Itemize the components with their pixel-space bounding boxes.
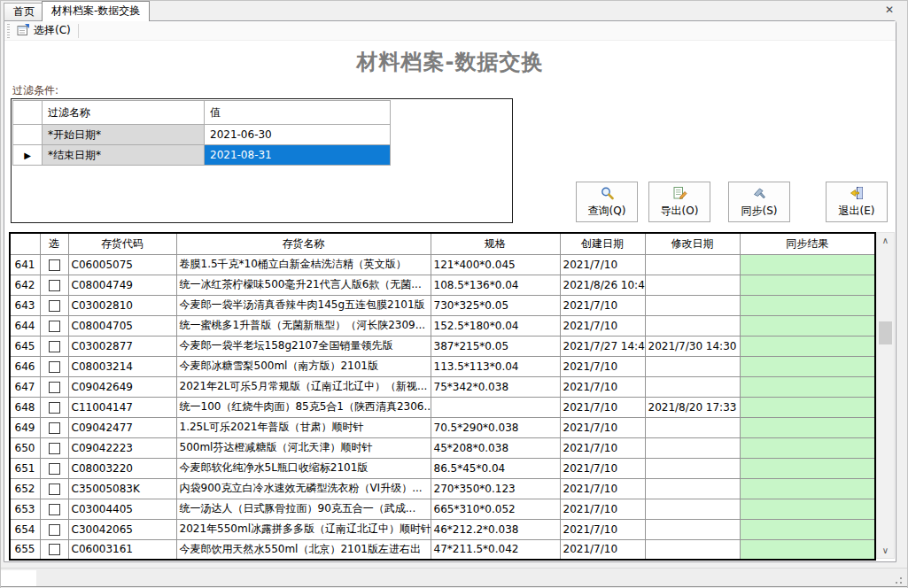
created-date-cell: 2021/7/10	[560, 376, 645, 397]
grid-header-select: 选	[40, 233, 68, 254]
row-select-cell	[40, 499, 68, 519]
tab-page-panel: 选择(C) 材料档案-数据交换 过滤条件: 过滤名称 值 *开始日期*2021-…	[4, 20, 896, 562]
select-button[interactable]: 选择(C)	[10, 22, 76, 40]
table-row[interactable]: 645C03002877今麦郎一袋半老坛158g2107全国销量领先版387*2…	[10, 336, 875, 356]
modified-date-cell	[645, 417, 740, 437]
tab-home[interactable]: 首页	[4, 3, 44, 20]
close-icon[interactable]: ✕	[882, 3, 896, 17]
filter-header-row: 过滤名称 值	[13, 101, 391, 125]
inventory-code-cell: C09042223	[68, 437, 176, 458]
spec-cell: 387*215*0.05	[431, 336, 560, 356]
inventory-code-cell: C03002877	[68, 336, 176, 356]
row-checkbox[interactable]	[49, 484, 60, 495]
table-row[interactable]: 654C300420652021年550ml冰露拼多多版（辽南辽北辽中）顺时针4…	[10, 519, 875, 539]
row-select-cell	[40, 376, 68, 397]
sync-result-cell	[740, 295, 875, 315]
row-number-cell: 653	[10, 499, 40, 519]
inventory-code-cell: C35005083K	[68, 478, 176, 499]
sync-result-cell	[740, 376, 875, 397]
toolbar: 选择(C)	[4, 21, 896, 41]
inventory-name-cell: 1.25L可乐2021年普版（甘肃）顺时针	[176, 417, 431, 437]
table-row[interactable]: 646C08003214今麦郎冰糖雪梨500ml（南方版）2101版113.5*…	[10, 356, 875, 376]
table-row[interactable]: 647C090426492021年2L可乐5月常规版（辽南辽北辽中）（新视...…	[10, 376, 875, 397]
row-checkbox[interactable]	[49, 300, 60, 312]
vertical-scrollbar[interactable]: ∧ ∨	[876, 232, 895, 559]
filter-conditions-label: 过滤条件:	[12, 83, 58, 98]
modified-date-cell	[645, 478, 740, 499]
modified-date-cell	[645, 376, 740, 397]
export-button[interactable]: 导出(O)	[648, 182, 710, 222]
row-checkbox[interactable]	[49, 524, 60, 536]
row-checkbox[interactable]	[49, 402, 60, 414]
filter-header-value: 值	[205, 101, 391, 125]
inventory-code-cell: C06003161	[68, 539, 176, 560]
inventory-code-cell: C08003220	[68, 458, 176, 478]
row-select-cell	[40, 336, 68, 356]
created-date-cell: 2021/7/10	[560, 417, 645, 437]
created-date-cell: 2021/8/26 10:44	[560, 275, 645, 295]
exit-button[interactable]: 退出(E)	[826, 182, 888, 222]
table-row[interactable]: 648C11004147统一100（红烧牛肉面）85克5合1（陕西清真2306.…	[10, 397, 875, 417]
sync-icon	[752, 186, 767, 203]
sync-result-cell	[740, 417, 875, 437]
filter-row[interactable]: *开始日期*2021-06-30	[13, 125, 391, 145]
row-checkbox[interactable]	[49, 544, 60, 555]
row-checkbox[interactable]	[49, 280, 60, 291]
row-checkbox[interactable]	[49, 443, 60, 454]
filter-row[interactable]: ▶*结束日期*2021-08-31	[13, 145, 391, 166]
table-row[interactable]: 655C06003161今麦郎饮用天然水550ml（北京）2101版左进右出47…	[10, 539, 875, 560]
query-button[interactable]: 查询(Q)	[576, 182, 638, 222]
app-window: 首页 材料档案-数据交换 ✕ 选择(C)	[0, 0, 908, 588]
tab-material-data-exchange[interactable]: 材料档案-数据交换	[42, 1, 150, 21]
table-row[interactable]: 641C06005075卷膜1.5千克*10桶立白新金桔洗洁精（英文版）121*…	[10, 254, 875, 275]
row-number-cell: 642	[10, 275, 40, 295]
row-checkbox[interactable]	[49, 341, 60, 352]
inventory-code-cell: C03002810	[68, 295, 176, 315]
table-row[interactable]: 650C09042223500ml芬达橙减糖版（河北天津）顺时针45*208*0…	[10, 437, 875, 458]
table-row[interactable]: 649C090424771.25L可乐2021年普版（甘肃）顺时针70.5*29…	[10, 417, 875, 437]
row-number-cell: 644	[10, 315, 40, 336]
filter-table-body: *开始日期*2021-06-30▶*结束日期*2021-08-31	[13, 125, 391, 166]
inventory-name-cell: 统一汤达人（日式豚骨拉面）90克五合一（武成...	[176, 499, 431, 519]
grid-header-spec: 规格	[431, 233, 560, 254]
row-checkbox[interactable]	[49, 422, 60, 434]
filter-value-cell[interactable]: 2021-08-31	[205, 145, 391, 166]
row-checkbox[interactable]	[49, 259, 60, 271]
row-number-cell: 651	[10, 458, 40, 478]
inventory-name-cell: 今麦郎软化纯净水5L瓶口收缩标2101版	[176, 458, 431, 478]
sync-button[interactable]: 同步(S)	[728, 182, 790, 222]
modified-date-cell	[645, 499, 740, 519]
table-row[interactable]: 644C08004705统一蜜桃多1升普版（无菌新瓶型）（河长陕2309...1…	[10, 315, 875, 336]
table-row[interactable]: 652C35005083K内袋900克立白冷水速效无磷型洗衣粉（VI升级）...…	[10, 478, 875, 499]
row-number-cell: 646	[10, 356, 40, 376]
grid-body: 641C06005075卷膜1.5千克*10桶立白新金桔洗洁精（英文版）121*…	[10, 254, 875, 560]
row-select-cell	[40, 539, 68, 560]
spec-cell: 46*212.2*0.038	[431, 519, 560, 539]
table-row[interactable]: 653C03004405统一汤达人（日式豚骨拉面）90克五合一（武成...665…	[10, 499, 875, 519]
resize-grip-icon[interactable]	[895, 577, 902, 584]
inventory-name-cell: 统一冰红茶柠檬味500毫升21代言人版6款（无菌...	[176, 275, 431, 295]
row-checkbox[interactable]	[49, 321, 60, 332]
table-row[interactable]: 643C03002810今麦郎一袋半汤清真香辣牛肉145g五连包膜2101版73…	[10, 295, 875, 315]
row-checkbox[interactable]	[49, 463, 60, 475]
table-row[interactable]: 642C08004749统一冰红茶柠檬味500毫升21代言人版6款（无菌...1…	[10, 275, 875, 295]
spec-cell: 121*400*0.045	[431, 254, 560, 275]
inventory-code-cell: C11004147	[68, 397, 176, 417]
scroll-up-icon[interactable]: ∧	[877, 233, 894, 248]
created-date-cell: 2021/7/10	[560, 315, 645, 336]
table-row[interactable]: 651C08003220今麦郎软化纯净水5L瓶口收缩标2101版86.5*45*…	[10, 458, 875, 478]
scrollbar-thumb[interactable]	[879, 321, 892, 344]
row-checkbox[interactable]	[49, 361, 60, 373]
sync-result-cell	[740, 437, 875, 458]
inventory-name-cell: 内袋900克立白冷水速效无磷型洗衣粉（VI升级）...	[176, 478, 431, 499]
row-checkbox[interactable]	[49, 504, 60, 515]
modified-date-cell	[645, 437, 740, 458]
inventory-code-cell: C03004405	[68, 499, 176, 519]
filter-value-cell[interactable]: 2021-06-30	[205, 125, 391, 145]
modified-date-cell	[645, 315, 740, 336]
inventory-grid-wrap: 选 存货代码 存货名称 规格 创建日期 修改日期 同步结果 641C060050…	[9, 232, 876, 561]
scroll-down-icon[interactable]: ∨	[877, 543, 894, 558]
window-bottom-edge	[1, 586, 907, 587]
search-icon	[600, 186, 615, 203]
row-checkbox[interactable]	[49, 382, 60, 393]
